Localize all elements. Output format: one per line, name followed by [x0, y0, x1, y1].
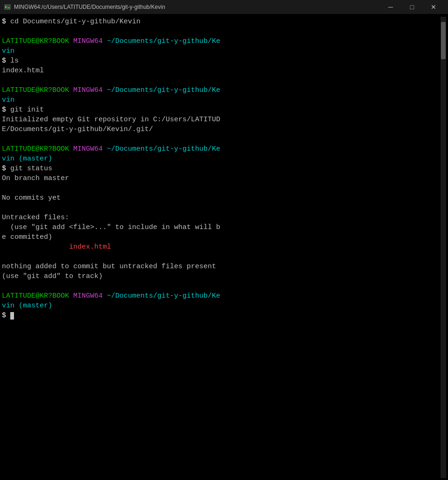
- window-title: MINGW64:/c/Users/LATITUDE/Documents/git-…: [14, 3, 380, 11]
- svg-rect-2: [7, 7, 10, 8]
- output-nothing-added: nothing added to commit but untracked fi…: [2, 262, 439, 271]
- output-use-git-add-2: e committed): [2, 232, 439, 242]
- prompt-line-2b: vin: [2, 46, 439, 56]
- scrollbar-thumb[interactable]: [441, 22, 446, 59]
- output-index-html-1: index.html: [2, 66, 439, 76]
- output-use-git-add-track: (use "git add" to track): [2, 271, 439, 281]
- line-blank-6: [2, 252, 439, 262]
- scrollbar[interactable]: [441, 17, 446, 478]
- terminal-icon: [4, 3, 11, 11]
- terminal-content: $ cd Documents/git-y-github/Kevin LATITU…: [2, 17, 441, 478]
- output-init-2: E/Documents/git-y-github/Kevin/.git/: [2, 125, 439, 134]
- prompt-line-5a: LATITUDE@KR?BOOK MINGW64 ~/Documents/git…: [2, 291, 439, 301]
- line-blank-2: [2, 76, 439, 85]
- cmd-ls: $ ls: [2, 56, 439, 66]
- line-blank-5: [2, 203, 439, 213]
- output-no-commits: No commits yet: [2, 193, 439, 203]
- prompt-line-4a: LATITUDE@KR?BOOK MINGW64 ~/Documents/git…: [2, 144, 439, 154]
- output-init-1: Initialized empty Git repository in C:/U…: [2, 115, 439, 125]
- output-index-html-red: index.html: [2, 242, 439, 252]
- prompt-line-2a: LATITUDE@KR?BOOK MINGW64 ~/Documents/git…: [2, 36, 439, 46]
- minimize-button[interactable]: ─: [380, 0, 401, 14]
- line-1: $ cd Documents/git-y-github/Kevin: [2, 17, 439, 27]
- prompt-line-3b: vin: [2, 95, 439, 105]
- prompt-line-5b: vin (master): [2, 301, 439, 311]
- output-branch: On branch master: [2, 174, 439, 183]
- titlebar: MINGW64:/c/Users/LATITUDE/Documents/git-…: [0, 0, 448, 14]
- output-untracked: Untracked files:: [2, 213, 439, 223]
- line-blank-4: [2, 183, 439, 193]
- close-button[interactable]: ✕: [423, 0, 444, 14]
- line-blank-7: [2, 281, 439, 291]
- maximize-button[interactable]: □: [401, 0, 423, 14]
- cmd-prompt-final: $: [2, 311, 439, 320]
- terminal-body[interactable]: $ cd Documents/git-y-github/Kevin LATITU…: [0, 14, 448, 480]
- cmd-git-status: $ git status: [2, 164, 439, 174]
- prompt-line-3a: LATITUDE@KR?BOOK MINGW64 ~/Documents/git…: [2, 85, 439, 95]
- terminal-window: MINGW64:/c/Users/LATITUDE/Documents/git-…: [0, 0, 448, 480]
- output-use-git-add: (use "git add <file>..." to include in w…: [2, 223, 439, 232]
- prompt-line-4b: vin (master): [2, 154, 439, 164]
- cmd-git-init: $ git init: [2, 105, 439, 115]
- line-blank-1: [2, 27, 439, 36]
- window-controls: ─ □ ✕: [380, 0, 444, 14]
- line-blank-3: [2, 134, 439, 144]
- cursor: [10, 312, 14, 320]
